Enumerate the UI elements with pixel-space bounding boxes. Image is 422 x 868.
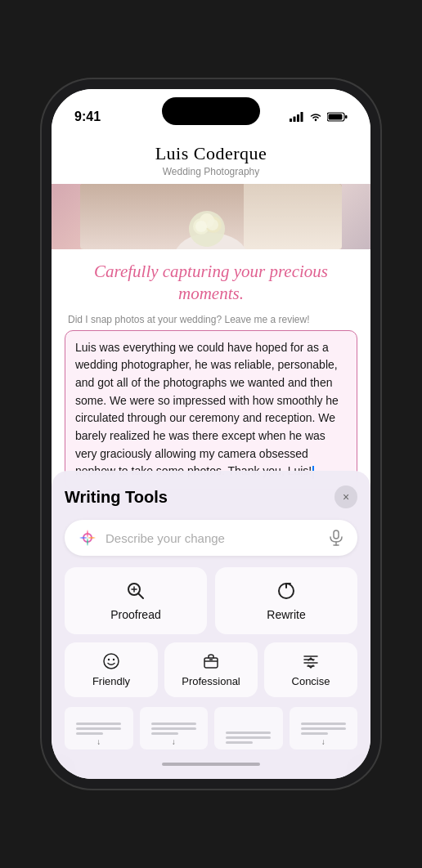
hero-image [52,184,370,249]
thumbnail-3[interactable] [214,707,283,749]
tagline-text: Carefully capturing your precious moment… [52,249,370,314]
page-title: Luis Coderque [68,143,354,164]
battery-icon [327,112,348,122]
thumb-arrow-1: ↓ [97,737,101,746]
hero-image-inner [80,184,342,249]
svg-point-4 [315,119,316,121]
thumb-lines-3 [221,727,276,746]
thumb-arrow-2: ↓ [172,737,176,746]
rewrite-icon [276,580,297,602]
thumbnail-2[interactable]: ↓ [140,707,209,749]
concise-label: Concise [292,675,330,687]
rewrite-label: Rewrite [267,608,305,621]
thumbnail-1[interactable]: ↓ [65,707,133,749]
status-time: 9:41 [74,110,101,124]
home-indicator [162,763,260,766]
signal-icon [290,112,304,122]
professional-icon [202,652,220,670]
friendly-button[interactable]: Friendly [65,642,158,697]
concise-icon [302,652,320,670]
svg-rect-3 [301,112,303,122]
review-text: Luis was everything we could have hoped … [75,341,339,478]
svg-rect-10 [244,184,342,249]
header-section: Luis Coderque Wedding Photography [52,133,370,184]
concise-button[interactable]: Concise [264,642,357,697]
svg-point-27 [104,654,119,669]
review-textarea[interactable]: Luis was everything we could have hoped … [65,330,357,490]
thumb-lines-4 [296,718,351,737]
svg-rect-1 [294,117,296,123]
svg-line-23 [138,593,143,598]
writing-tools-panel: Writing Tools × Describe your change [52,471,370,779]
dynamic-island [162,97,260,125]
thumb-lines-1 [71,718,126,737]
page-subtitle: Wedding Photography [68,166,354,177]
friendly-icon [102,652,120,670]
proofread-label: Proofread [110,608,160,621]
svg-rect-19 [334,530,339,539]
status-icons [290,112,348,122]
wifi-icon [309,112,322,122]
describe-input-container[interactable]: Describe your change [65,520,357,556]
svg-rect-0 [290,119,292,122]
rewrite-button[interactable]: Rewrite [215,567,357,634]
svg-point-29 [113,659,114,660]
writing-tools-title: Writing Tools [65,488,168,507]
panel-header: Writing Tools × [65,485,357,508]
thumb-arrow-4: ↓ [321,737,325,746]
thumbnail-4[interactable]: ↓ [290,707,358,749]
proofread-icon [125,580,146,602]
thumb-lines-2 [146,718,201,737]
hero-photo [80,184,342,249]
proofread-button[interactable]: Proofread [65,567,207,634]
svg-rect-6 [345,115,348,119]
microphone-icon[interactable] [328,530,344,546]
tone-tools-row: Friendly Professional [65,642,357,697]
friendly-label: Friendly [92,675,130,687]
professional-button[interactable]: Professional [164,642,258,697]
thumbnails-row: ↓ ↓ [65,707,357,756]
status-bar: 9:41 [52,89,370,133]
professional-label: Professional [182,675,240,687]
svg-rect-7 [329,114,343,120]
svg-point-28 [108,659,110,660]
close-button[interactable]: × [334,485,357,508]
svg-point-17 [207,219,218,230]
describe-placeholder: Describe your change [106,531,320,545]
close-icon: × [343,490,349,503]
main-tools-row: Proofread Rewrite [65,567,357,634]
svg-point-16 [195,221,207,232]
sparkle-icon [78,528,97,548]
svg-rect-2 [297,114,299,122]
review-label: Did I snap photos at your wedding? Leave… [52,314,370,330]
